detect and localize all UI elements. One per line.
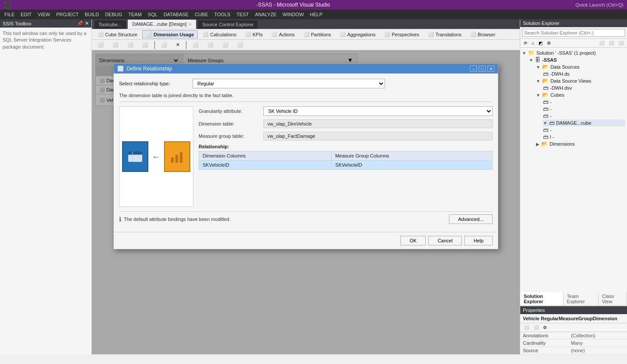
main-container: SSIS Toolbox 📌 ✕ This tool window can on… [0, 19, 627, 354]
menu-debug[interactable]: DEBUG [102, 11, 125, 18]
dialog-restore-btn[interactable]: □ [479, 66, 486, 72]
actions-btn[interactable]: ⬜ Actions [267, 30, 298, 38]
se-toolbar-btn5[interactable]: ⬜ [597, 40, 606, 46]
perspectives-btn[interactable]: ⬜ Perspectives [380, 30, 423, 38]
menu-team[interactable]: TEAM [126, 11, 144, 18]
ok-btn[interactable]: OK [400, 236, 426, 245]
solution-explorer-tab[interactable]: Solution Explorer [520, 292, 564, 305]
dialog-close-btn[interactable]: ✕ [487, 66, 494, 72]
close-left-icon[interactable]: ✕ [85, 21, 89, 26]
team-explorer-tab[interactable]: Team Explorer [564, 292, 599, 305]
cancel-btn[interactable]: Cancel [428, 236, 462, 245]
se-toolbar-btn7[interactable]: ⬜ [616, 40, 625, 46]
menu-help[interactable]: HELP [307, 11, 325, 18]
measure-group-table-label: Measure group table: [199, 133, 260, 139]
menu-database[interactable]: DATABASE [161, 11, 191, 18]
tab-toolcube[interactable]: Toolcube... [94, 20, 126, 29]
menu-project[interactable]: PROJECT [53, 11, 81, 18]
partitions-btn[interactable]: ⬜ Partitions [300, 30, 335, 38]
menu-build[interactable]: BUILD [82, 11, 102, 18]
prop-value-annotations: (Collection) [568, 332, 627, 340]
prop-toolbar-btn3[interactable]: ⚙ [541, 324, 549, 331]
menu-view[interactable]: VIEW [35, 11, 53, 18]
dsv-item[interactable]: 🗃 -DWH.dsv [543, 84, 625, 91]
toolbar2-btn6[interactable]: ✕ [172, 41, 184, 49]
toolbar2-btn2[interactable]: ⬜ [109, 41, 123, 49]
menu-file[interactable]: FILE [2, 11, 17, 18]
cubes-node[interactable]: ▼ 📂 Cubes [536, 91, 625, 98]
se-toolbar-btn2[interactable]: ⌂ [530, 40, 536, 46]
toolbar2-btn3[interactable]: ⬜ [123, 41, 137, 49]
toolbar2-btn4[interactable]: ⬜ [138, 41, 152, 49]
cube-item-2[interactable]: 🗃 - [543, 105, 625, 112]
toolbar2-btn9[interactable]: ⬜ [218, 41, 232, 49]
data-sources-node[interactable]: ▼ 📂 Data Sources [536, 63, 625, 70]
relationship-type-select[interactable]: Regular No Relationship Referenced Many-… [193, 79, 385, 88]
dimension-usage-label: Dimension Usage [154, 32, 194, 37]
menu-tools[interactable]: TOOLS [212, 11, 233, 18]
tab-damage-design[interactable]: DAMAGE...cube [Design] ✕ [127, 19, 196, 29]
toolbar2-btn1[interactable]: ⬜ [94, 41, 108, 49]
dim-col-value: SKVehicleID [199, 161, 332, 170]
dialog-controls: – □ ✕ [470, 66, 494, 72]
toolbar2-btn10[interactable]: ⬜ [233, 41, 247, 49]
menu-cube[interactable]: CUBE [192, 11, 211, 18]
cube-item-4[interactable]: ▼ 🗃 DAMAGE...cube [543, 119, 625, 126]
cube-item-1[interactable]: 🗃 - [543, 98, 625, 105]
prop-toolbar-btn1[interactable]: ⬜ [522, 324, 531, 331]
aggregations-btn[interactable]: ⬜ Aggregations [336, 30, 379, 38]
tab-damage-close[interactable]: ✕ [188, 22, 192, 27]
granularity-select[interactable]: SK Vehicle ID [263, 106, 493, 116]
se-toolbar-btn4[interactable]: ⚙ [545, 40, 553, 46]
ssis-toolbox-title: SSIS Toolbox [3, 21, 32, 26]
dsv-children: 🗃 -DWH.dsv [536, 84, 625, 91]
translations-btn[interactable]: ⬜ Translations [424, 30, 466, 38]
dimensions-node[interactable]: ▶ 📂 Dimensions [536, 140, 625, 147]
dimension-table-value: vw_olap_DimVehicle [263, 119, 493, 128]
data-source-views-node[interactable]: ▼ 📂 Data Source Views [536, 77, 625, 84]
advanced-btn[interactable]: Advanced... [449, 214, 493, 224]
dimension-usage-btn[interactable]: ⬜ Dimension Usage [142, 30, 198, 38]
se-toolbar-btn6[interactable]: ⬜ [607, 40, 616, 46]
browser-btn[interactable]: ⬜ Browser [466, 30, 499, 38]
ds-item[interactable]: 🗃 -DWH.ds [543, 70, 625, 77]
se-toolbar-btn1[interactable]: ⟳ [522, 40, 529, 46]
solution-explorer-title: Solution Explorer [523, 21, 560, 26]
menu-edit[interactable]: EDIT [18, 11, 34, 18]
se-toolbar-btn3[interactable]: ◩ [537, 40, 544, 46]
calculations-btn[interactable]: ⬜ Calculations [199, 30, 240, 38]
tab-source-control[interactable]: Source Control Explorer [197, 20, 258, 29]
class-view-tab[interactable]: Class View [599, 292, 627, 305]
tab-damage-label: DAMAGE...cube [Design] [132, 21, 186, 27]
toolbar2-btn7[interactable]: ⬜ [189, 41, 203, 49]
menu-test[interactable]: TEST [234, 11, 252, 18]
menu-window[interactable]: WINDOW [280, 11, 306, 18]
cube-item-3[interactable]: 🗃 - [543, 112, 625, 119]
measure-group-table-row: Measure group table: vw_olap_FactDamage [199, 132, 493, 140]
solution-explorer-search-area [520, 27, 627, 39]
solution-node[interactable]: ▼ 📁 Solution ' -SSAS' (1 project) [522, 49, 625, 56]
prop-row-source: Source (none) [520, 347, 627, 354]
pin-icon[interactable]: 📌 [77, 21, 83, 26]
cube-toolbar2: ⬜ ⬜ ⬜ ⬜ ⬜ ✕ ⬜ ⬜ ⬜ ⬜ [92, 40, 520, 50]
cube-structure-btn[interactable]: ⬜ Cube Structure [94, 30, 141, 38]
toolbar2-btn5[interactable]: ⬜ [157, 41, 171, 49]
project-node[interactable]: ▼ 🗄 -SSAS [529, 56, 625, 63]
dialog-minimize-btn[interactable]: – [470, 66, 477, 72]
calculations-icon: ⬜ [203, 32, 209, 37]
help-btn[interactable]: Help [464, 236, 493, 245]
quick-launch[interactable]: Quick Launch (Ctrl+Q) [575, 2, 623, 7]
menu-analyze[interactable]: ANALYZE [252, 11, 279, 18]
toolbar2-btn8[interactable]: ⬜ [203, 41, 217, 49]
relationship-row[interactable]: SKVehicleID SKVehicleID [199, 161, 493, 170]
cube-item-5[interactable]: 🗃 - [543, 126, 625, 133]
solution-explorer-search[interactable] [522, 29, 625, 37]
solution-explorer-header: Solution Explorer [520, 19, 627, 27]
cube-item-6[interactable]: 🗃 l - [543, 133, 625, 140]
solution-label: Solution ' -SSAS' (1 project) [536, 50, 596, 56]
kpis-btn[interactable]: ⬜ KPIs [241, 30, 266, 38]
cube-content: Dimensions Measure Groups ▼ [92, 50, 520, 354]
menu-sql[interactable]: SQL [145, 11, 160, 18]
cube-1-label: - [550, 99, 552, 105]
prop-toolbar-btn2[interactable]: ⬜ [532, 324, 540, 331]
